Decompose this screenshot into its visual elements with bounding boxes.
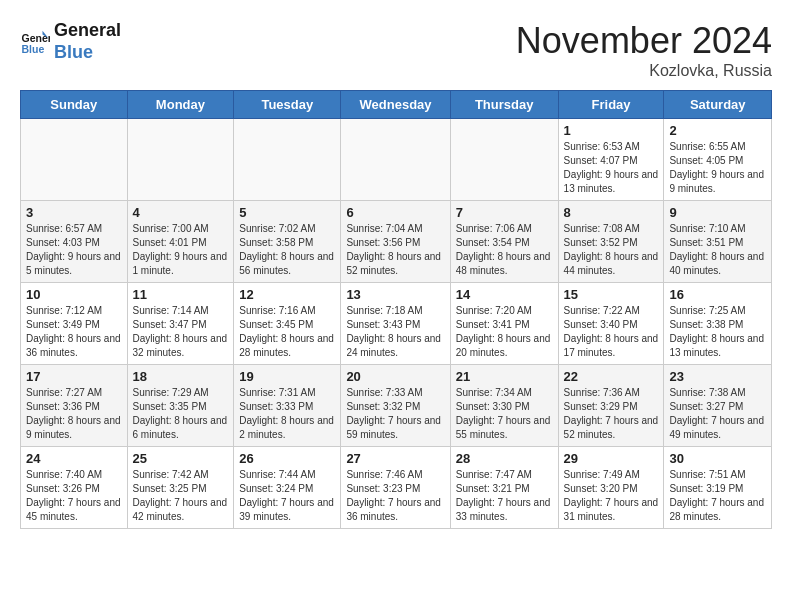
day-cell: 23Sunrise: 7:38 AM Sunset: 3:27 PM Dayli… bbox=[664, 365, 772, 447]
day-cell: 11Sunrise: 7:14 AM Sunset: 3:47 PM Dayli… bbox=[127, 283, 234, 365]
day-info: Sunrise: 7:44 AM Sunset: 3:24 PM Dayligh… bbox=[239, 468, 335, 524]
day-number: 10 bbox=[26, 287, 122, 302]
weekday-sunday: Sunday bbox=[21, 91, 128, 119]
logo-blue: Blue bbox=[54, 42, 121, 64]
day-cell: 25Sunrise: 7:42 AM Sunset: 3:25 PM Dayli… bbox=[127, 447, 234, 529]
logo: General Blue General Blue bbox=[20, 20, 121, 63]
day-info: Sunrise: 7:51 AM Sunset: 3:19 PM Dayligh… bbox=[669, 468, 766, 524]
day-number: 15 bbox=[564, 287, 659, 302]
day-number: 18 bbox=[133, 369, 229, 384]
day-number: 27 bbox=[346, 451, 444, 466]
day-number: 13 bbox=[346, 287, 444, 302]
weekday-header-row: SundayMondayTuesdayWednesdayThursdayFrid… bbox=[21, 91, 772, 119]
day-cell: 22Sunrise: 7:36 AM Sunset: 3:29 PM Dayli… bbox=[558, 365, 664, 447]
day-cell: 17Sunrise: 7:27 AM Sunset: 3:36 PM Dayli… bbox=[21, 365, 128, 447]
day-info: Sunrise: 7:08 AM Sunset: 3:52 PM Dayligh… bbox=[564, 222, 659, 278]
location: Kozlovka, Russia bbox=[516, 62, 772, 80]
day-number: 6 bbox=[346, 205, 444, 220]
day-info: Sunrise: 6:53 AM Sunset: 4:07 PM Dayligh… bbox=[564, 140, 659, 196]
week-row-3: 17Sunrise: 7:27 AM Sunset: 3:36 PM Dayli… bbox=[21, 365, 772, 447]
day-info: Sunrise: 7:31 AM Sunset: 3:33 PM Dayligh… bbox=[239, 386, 335, 442]
day-number: 11 bbox=[133, 287, 229, 302]
day-cell: 29Sunrise: 7:49 AM Sunset: 3:20 PM Dayli… bbox=[558, 447, 664, 529]
day-cell bbox=[450, 119, 558, 201]
day-info: Sunrise: 7:29 AM Sunset: 3:35 PM Dayligh… bbox=[133, 386, 229, 442]
day-number: 8 bbox=[564, 205, 659, 220]
day-cell: 8Sunrise: 7:08 AM Sunset: 3:52 PM Daylig… bbox=[558, 201, 664, 283]
day-cell: 16Sunrise: 7:25 AM Sunset: 3:38 PM Dayli… bbox=[664, 283, 772, 365]
day-info: Sunrise: 7:38 AM Sunset: 3:27 PM Dayligh… bbox=[669, 386, 766, 442]
day-number: 7 bbox=[456, 205, 553, 220]
day-cell: 9Sunrise: 7:10 AM Sunset: 3:51 PM Daylig… bbox=[664, 201, 772, 283]
day-cell bbox=[341, 119, 450, 201]
day-info: Sunrise: 7:25 AM Sunset: 3:38 PM Dayligh… bbox=[669, 304, 766, 360]
day-cell: 4Sunrise: 7:00 AM Sunset: 4:01 PM Daylig… bbox=[127, 201, 234, 283]
day-number: 24 bbox=[26, 451, 122, 466]
day-info: Sunrise: 7:33 AM Sunset: 3:32 PM Dayligh… bbox=[346, 386, 444, 442]
week-row-2: 10Sunrise: 7:12 AM Sunset: 3:49 PM Dayli… bbox=[21, 283, 772, 365]
day-info: Sunrise: 7:34 AM Sunset: 3:30 PM Dayligh… bbox=[456, 386, 553, 442]
logo-general: General bbox=[54, 20, 121, 42]
title-block: November 2024 Kozlovka, Russia bbox=[516, 20, 772, 80]
svg-text:Blue: Blue bbox=[22, 42, 45, 54]
logo-icon: General Blue bbox=[20, 27, 50, 57]
day-number: 17 bbox=[26, 369, 122, 384]
day-info: Sunrise: 7:27 AM Sunset: 3:36 PM Dayligh… bbox=[26, 386, 122, 442]
day-cell: 6Sunrise: 7:04 AM Sunset: 3:56 PM Daylig… bbox=[341, 201, 450, 283]
day-info: Sunrise: 7:18 AM Sunset: 3:43 PM Dayligh… bbox=[346, 304, 444, 360]
day-number: 1 bbox=[564, 123, 659, 138]
day-cell bbox=[234, 119, 341, 201]
day-cell bbox=[127, 119, 234, 201]
day-cell: 5Sunrise: 7:02 AM Sunset: 3:58 PM Daylig… bbox=[234, 201, 341, 283]
day-cell: 15Sunrise: 7:22 AM Sunset: 3:40 PM Dayli… bbox=[558, 283, 664, 365]
day-info: Sunrise: 7:40 AM Sunset: 3:26 PM Dayligh… bbox=[26, 468, 122, 524]
day-info: Sunrise: 7:47 AM Sunset: 3:21 PM Dayligh… bbox=[456, 468, 553, 524]
day-number: 23 bbox=[669, 369, 766, 384]
week-row-0: 1Sunrise: 6:53 AM Sunset: 4:07 PM Daylig… bbox=[21, 119, 772, 201]
weekday-saturday: Saturday bbox=[664, 91, 772, 119]
day-number: 5 bbox=[239, 205, 335, 220]
day-info: Sunrise: 7:12 AM Sunset: 3:49 PM Dayligh… bbox=[26, 304, 122, 360]
weekday-thursday: Thursday bbox=[450, 91, 558, 119]
day-info: Sunrise: 7:04 AM Sunset: 3:56 PM Dayligh… bbox=[346, 222, 444, 278]
day-cell: 26Sunrise: 7:44 AM Sunset: 3:24 PM Dayli… bbox=[234, 447, 341, 529]
day-number: 29 bbox=[564, 451, 659, 466]
page: General Blue General Blue November 2024 … bbox=[0, 0, 792, 549]
week-row-4: 24Sunrise: 7:40 AM Sunset: 3:26 PM Dayli… bbox=[21, 447, 772, 529]
day-number: 16 bbox=[669, 287, 766, 302]
day-cell bbox=[21, 119, 128, 201]
day-cell: 20Sunrise: 7:33 AM Sunset: 3:32 PM Dayli… bbox=[341, 365, 450, 447]
day-info: Sunrise: 7:42 AM Sunset: 3:25 PM Dayligh… bbox=[133, 468, 229, 524]
day-cell: 12Sunrise: 7:16 AM Sunset: 3:45 PM Dayli… bbox=[234, 283, 341, 365]
day-info: Sunrise: 7:00 AM Sunset: 4:01 PM Dayligh… bbox=[133, 222, 229, 278]
day-number: 3 bbox=[26, 205, 122, 220]
weekday-monday: Monday bbox=[127, 91, 234, 119]
day-cell: 28Sunrise: 7:47 AM Sunset: 3:21 PM Dayli… bbox=[450, 447, 558, 529]
day-info: Sunrise: 7:49 AM Sunset: 3:20 PM Dayligh… bbox=[564, 468, 659, 524]
weekday-wednesday: Wednesday bbox=[341, 91, 450, 119]
day-number: 22 bbox=[564, 369, 659, 384]
header: General Blue General Blue November 2024 … bbox=[20, 20, 772, 80]
day-info: Sunrise: 7:06 AM Sunset: 3:54 PM Dayligh… bbox=[456, 222, 553, 278]
day-number: 25 bbox=[133, 451, 229, 466]
day-cell: 7Sunrise: 7:06 AM Sunset: 3:54 PM Daylig… bbox=[450, 201, 558, 283]
day-number: 4 bbox=[133, 205, 229, 220]
month-title: November 2024 bbox=[516, 20, 772, 62]
day-info: Sunrise: 6:57 AM Sunset: 4:03 PM Dayligh… bbox=[26, 222, 122, 278]
day-info: Sunrise: 7:14 AM Sunset: 3:47 PM Dayligh… bbox=[133, 304, 229, 360]
day-info: Sunrise: 7:46 AM Sunset: 3:23 PM Dayligh… bbox=[346, 468, 444, 524]
day-cell: 10Sunrise: 7:12 AM Sunset: 3:49 PM Dayli… bbox=[21, 283, 128, 365]
calendar-body: 1Sunrise: 6:53 AM Sunset: 4:07 PM Daylig… bbox=[21, 119, 772, 529]
week-row-1: 3Sunrise: 6:57 AM Sunset: 4:03 PM Daylig… bbox=[21, 201, 772, 283]
day-number: 26 bbox=[239, 451, 335, 466]
day-cell: 3Sunrise: 6:57 AM Sunset: 4:03 PM Daylig… bbox=[21, 201, 128, 283]
day-cell: 30Sunrise: 7:51 AM Sunset: 3:19 PM Dayli… bbox=[664, 447, 772, 529]
day-number: 2 bbox=[669, 123, 766, 138]
day-cell: 19Sunrise: 7:31 AM Sunset: 3:33 PM Dayli… bbox=[234, 365, 341, 447]
day-info: Sunrise: 7:16 AM Sunset: 3:45 PM Dayligh… bbox=[239, 304, 335, 360]
weekday-friday: Friday bbox=[558, 91, 664, 119]
day-number: 20 bbox=[346, 369, 444, 384]
day-info: Sunrise: 7:22 AM Sunset: 3:40 PM Dayligh… bbox=[564, 304, 659, 360]
day-cell: 27Sunrise: 7:46 AM Sunset: 3:23 PM Dayli… bbox=[341, 447, 450, 529]
day-cell: 2Sunrise: 6:55 AM Sunset: 4:05 PM Daylig… bbox=[664, 119, 772, 201]
